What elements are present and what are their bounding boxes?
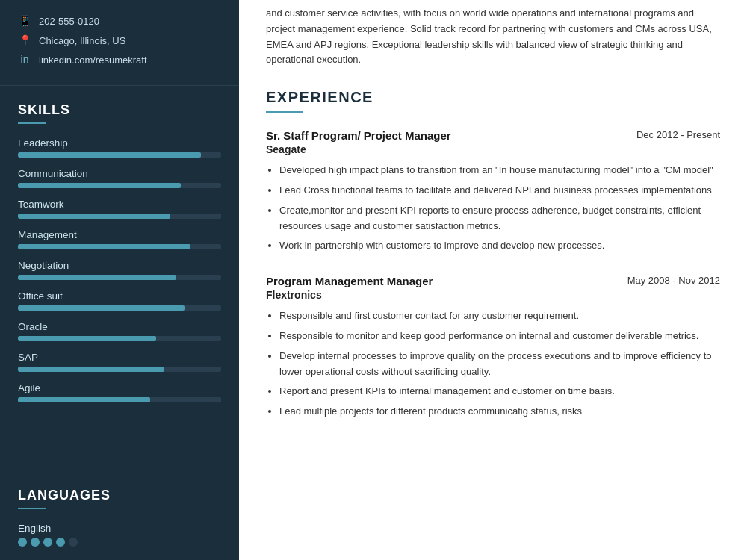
job-bullets: Developed high impact plans to transitio… [266,163,720,254]
skill-bar-bg [18,244,221,249]
job-date: May 2008 - Nov 2012 [627,275,720,286]
linkedin-icon: in [18,54,31,66]
job-bullets: Responsible and first customer contact f… [266,308,720,420]
skill-bar-fill [18,214,170,219]
skill-bar-fill [18,152,201,158]
languages-section: LANGUAGES English [0,474,239,560]
bullet-item: Report and present KPIs to internal mana… [279,384,720,399]
skill-bar-bg [18,214,221,219]
lang-dots [18,538,221,547]
job-date: Dec 2012 - Present [636,129,720,140]
skill-bar-bg [18,305,221,311]
experience-section: EXPERIENCE Sr. Staff Program/ Project Ma… [266,89,720,420]
job-header: Sr. Staff Program/ Project Manager Dec 2… [266,129,720,142]
skill-bar-fill [18,367,164,372]
skill-bar-fill [18,305,185,311]
skill-item: Agile [18,382,221,402]
job-company: Seagate [266,143,720,155]
skill-label: Office suit [18,290,221,302]
skills-underline [18,122,46,124]
phone-item: 📱 202-555-0120 [18,15,221,27]
skill-label: Agile [18,382,221,393]
skill-label: Management [18,229,221,240]
skills-title: SKILLS [18,102,221,118]
language-dot [56,538,65,547]
skill-bar-bg [18,367,221,372]
languages-title: LANGUAGES [18,488,221,503]
skill-bar-bg [18,275,221,280]
job-header: Program Management Manager May 2008 - No… [266,275,720,287]
bullet-item: Develop internal processes to improve qu… [279,349,720,380]
phone-icon: 📱 [18,15,31,27]
skill-item: Office suit [18,290,221,311]
contact-section: 📱 202-555-0120 📍 Chicago, Illinois, US i… [0,0,239,86]
skills-list: Leadership Communication Teamwork Manage… [18,137,221,402]
language-dot [43,538,52,547]
job-block: Sr. Staff Program/ Project Manager Dec 2… [266,129,720,254]
languages-underline [18,508,46,509]
jobs-list: Sr. Staff Program/ Project Manager Dec 2… [266,129,720,420]
skill-label: Communication [18,168,221,179]
bullet-item: Create,monitor and present KPI reports t… [279,203,720,234]
skill-bar-bg [18,397,221,402]
bullet-item: Work in partnership with customers to im… [279,238,720,254]
skill-bar-bg [18,183,221,188]
skill-item: Teamwork [18,199,221,219]
main-content: and customer service activities, with fo… [239,0,747,560]
skill-item: Oracle [18,321,221,341]
skill-bar-fill [18,336,156,341]
linkedin-item[interactable]: in linkedin.com/resumekraft [18,54,221,66]
lang-label: English [18,523,221,534]
skill-item: Negotiation [18,260,221,280]
bullet-item: Developed high impact plans to transitio… [279,163,720,178]
skill-bar-fill [18,244,190,249]
languages-list: English [18,523,221,547]
experience-title: EXPERIENCE [266,89,720,106]
skill-bar-fill [18,275,176,280]
phone-text: 202-555-0120 [39,16,99,27]
skill-item: Management [18,229,221,249]
job-company: Flextronics [266,289,720,301]
skill-bar-fill [18,397,150,402]
language-dot [31,538,40,547]
sidebar: 📱 202-555-0120 📍 Chicago, Illinois, US i… [0,0,239,560]
skill-item: Leadership [18,137,221,158]
skill-label: Leadership [18,137,221,149]
bullet-item: Lead multiple projects for different pro… [279,404,720,420]
skill-item: Communication [18,168,221,188]
location-item: 📍 Chicago, Illinois, US [18,34,221,46]
skill-label: Oracle [18,321,221,332]
skill-label: Negotiation [18,260,221,271]
skill-label: Teamwork [18,199,221,210]
language-dot [69,538,78,547]
linkedin-text: linkedin.com/resumekraft [39,55,147,66]
job-title: Sr. Staff Program/ Project Manager [266,129,451,142]
location-icon: 📍 [18,34,31,46]
location-text: Chicago, Illinois, US [39,35,125,46]
skill-bar-bg [18,336,221,341]
bullet-item: Lead Cross functional teams to facilitat… [279,183,720,199]
bullet-item: Responsible to monitor and keep good per… [279,329,720,344]
job-title: Program Management Manager [266,275,433,287]
skill-bar-fill [18,183,181,188]
bullet-item: Responsible and first customer contact f… [279,308,720,324]
skill-item: SAP [18,352,221,372]
skill-bar-bg [18,152,221,158]
experience-underline [266,111,303,113]
skills-section: SKILLS Leadership Communication Teamwork… [0,86,239,474]
skill-label: SAP [18,352,221,363]
summary-text: and customer service activities, with fo… [266,0,720,68]
language-item: English [18,523,221,547]
language-dot [18,538,27,547]
job-block: Program Management Manager May 2008 - No… [266,275,720,420]
